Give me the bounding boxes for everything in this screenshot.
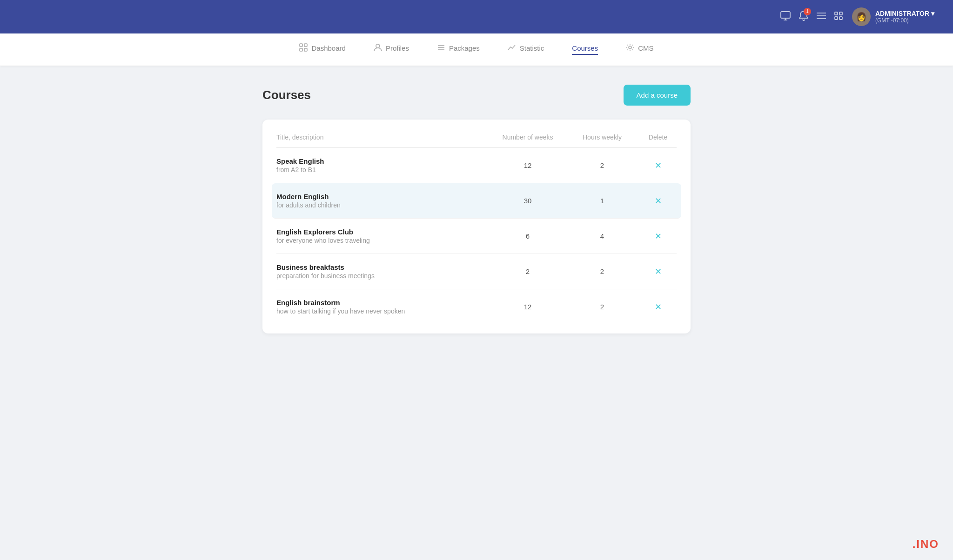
topbar-icons: 1 (780, 11, 843, 23)
course-title: Business breakfasts (276, 263, 490, 271)
nav-profiles[interactable]: Profiles (374, 43, 409, 56)
nav-statistic[interactable]: Statistic (508, 43, 544, 56)
table-row: Business breakfasts preparation for busi… (276, 254, 677, 289)
notification-badge: 1 (804, 8, 811, 15)
svg-rect-12 (300, 48, 302, 51)
courses-table: Title, description Number of weeks Hours… (262, 120, 691, 333)
cms-icon (626, 43, 634, 53)
monitor-icon[interactable] (780, 11, 791, 23)
course-title: English Explorers Club (276, 228, 490, 236)
statistic-icon (508, 43, 516, 53)
page-header: Courses Add a course (262, 85, 691, 106)
nav-profiles-label: Profiles (386, 44, 409, 52)
nav-courses[interactable]: Courses (572, 44, 598, 55)
svg-point-14 (376, 44, 380, 48)
course-description: preparation for business meetings (276, 272, 490, 280)
course-info: Speak English from A2 to B1 (276, 157, 490, 173)
course-delete-cell: ✕ (639, 160, 677, 171)
svg-rect-11 (304, 44, 307, 47)
course-hours: 2 (565, 161, 639, 169)
username: ADMINISTRATOR ▾ (875, 10, 934, 17)
course-weeks: 2 (490, 267, 565, 275)
course-hours: 4 (565, 232, 639, 240)
add-course-button[interactable]: Add a course (624, 85, 691, 106)
course-description: from A2 to B1 (276, 166, 490, 173)
topbar: 1 👩 ADMINISTRATOR ▾ (GMT -07:00) (0, 0, 953, 33)
header-hours-weekly: Hours weekly (565, 133, 639, 141)
delete-button[interactable]: ✕ (655, 231, 662, 241)
delete-button[interactable]: ✕ (655, 302, 662, 312)
course-title: Speak English (276, 157, 490, 165)
course-info: Business breakfasts preparation for busi… (276, 263, 490, 280)
list-icon[interactable] (817, 12, 826, 22)
user-info: ADMINISTRATOR ▾ (GMT -07:00) (875, 10, 934, 24)
course-description: for adults and children (276, 201, 490, 209)
svg-rect-9 (839, 17, 842, 20)
table-row: Speak English from A2 to B1 12 2 ✕ (276, 148, 677, 183)
header-num-weeks: Number of weeks (490, 133, 565, 141)
packages-icon (437, 43, 445, 53)
course-weeks: 6 (490, 232, 565, 240)
svg-rect-7 (839, 12, 842, 15)
table-row: English brainstorm how to start talking … (276, 289, 677, 324)
nav-dashboard[interactable]: Dashboard (299, 43, 345, 56)
notification-icon[interactable]: 1 (799, 11, 808, 23)
course-delete-cell: ✕ (639, 196, 677, 206)
course-info: English brainstorm how to start talking … (276, 299, 490, 315)
course-hours: 1 (565, 197, 639, 205)
course-delete-cell: ✕ (639, 267, 677, 277)
delete-button[interactable]: ✕ (655, 160, 662, 171)
svg-rect-13 (304, 48, 307, 51)
course-weeks: 12 (490, 303, 565, 311)
course-title: English brainstorm (276, 299, 490, 307)
nav-dashboard-label: Dashboard (311, 44, 345, 52)
dashboard-icon (299, 43, 308, 53)
table-header: Title, description Number of weeks Hours… (276, 129, 677, 148)
svg-rect-0 (781, 12, 790, 18)
user-menu[interactable]: 👩 ADMINISTRATOR ▾ (GMT -07:00) (852, 7, 934, 26)
course-delete-cell: ✕ (639, 231, 677, 241)
nav-courses-label: Courses (572, 44, 598, 52)
course-description: for everyone who loves traveling (276, 237, 490, 244)
grid-icon[interactable] (834, 12, 843, 22)
delete-button[interactable]: ✕ (655, 196, 662, 206)
nav-packages[interactable]: Packages (437, 43, 480, 56)
course-info: Modern English for adults and children (276, 193, 490, 209)
course-weeks: 30 (490, 197, 565, 205)
nav-cms-label: CMS (638, 44, 653, 52)
svg-point-18 (629, 46, 631, 49)
avatar: 👩 (852, 7, 871, 26)
svg-rect-6 (835, 12, 838, 15)
table-body: Speak English from A2 to B1 12 2 ✕ Moder… (276, 148, 677, 324)
nav-cms[interactable]: CMS (626, 43, 653, 56)
table-row: Modern English for adults and children 3… (272, 183, 681, 219)
page-title: Courses (262, 88, 311, 102)
navbar: Dashboard Profiles Packages Statistic (0, 33, 953, 66)
course-hours: 2 (565, 267, 639, 275)
course-info: English Explorers Club for everyone who … (276, 228, 490, 244)
course-title: Modern English (276, 193, 490, 200)
course-delete-cell: ✕ (639, 302, 677, 312)
nav-statistic-label: Statistic (520, 44, 544, 52)
nav-packages-label: Packages (449, 44, 480, 52)
header-title-desc: Title, description (276, 133, 490, 141)
delete-button[interactable]: ✕ (655, 267, 662, 277)
svg-rect-8 (835, 17, 838, 20)
course-weeks: 12 (490, 161, 565, 169)
profiles-icon (374, 43, 382, 53)
header-delete: Delete (639, 133, 677, 141)
timezone: (GMT -07:00) (875, 17, 909, 24)
table-row: English Explorers Club for everyone who … (276, 219, 677, 254)
svg-rect-10 (300, 44, 302, 47)
course-hours: 2 (565, 303, 639, 311)
main-content: Courses Add a course Title, description … (253, 66, 700, 352)
course-description: how to start talking if you have never s… (276, 307, 490, 315)
